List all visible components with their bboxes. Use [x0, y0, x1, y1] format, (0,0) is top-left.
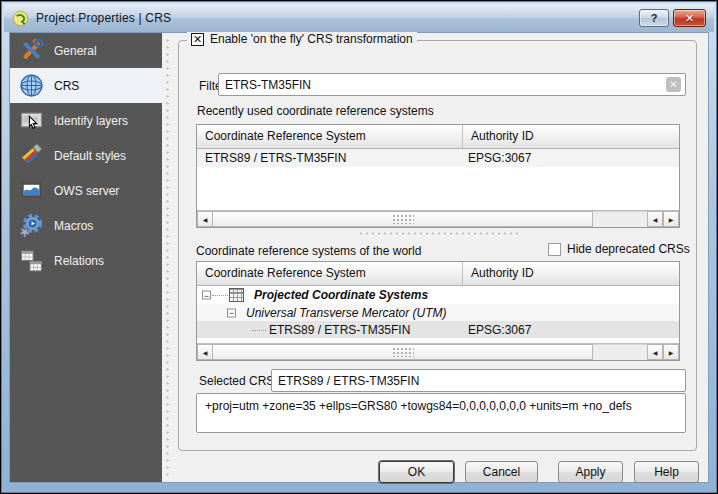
- cancel-button[interactable]: Cancel: [465, 461, 538, 483]
- scrollbar-track[interactable]: [593, 344, 647, 360]
- window-title: Project Properties | CRS: [36, 11, 171, 25]
- selected-crs-label: Selected CRS:: [199, 374, 278, 388]
- scrollbar-slider[interactable]: [213, 344, 593, 360]
- apply-button[interactable]: Apply: [558, 461, 623, 483]
- tree-row-projected[interactable]: − Projected Coordinate Systems: [197, 286, 679, 304]
- sidebar-item-macros[interactable]: Macros: [10, 208, 162, 243]
- scroll-right-button[interactable]: ▶: [663, 344, 679, 360]
- sidebar-item-crs[interactable]: CRS: [10, 68, 162, 103]
- authority-cell: EPSG:3067: [468, 151, 531, 165]
- enable-otf-label: Enable 'on the fly' CRS transformation: [210, 32, 413, 46]
- sidebar-item-label: Relations: [54, 254, 104, 268]
- world-table-hscrollbar: ◀ ◀ ▶: [197, 343, 679, 360]
- scroll-left-button[interactable]: ◀: [647, 344, 663, 360]
- recent-table-hscrollbar: ◀ ◀ ▶: [197, 210, 679, 227]
- identify-map-icon: [19, 108, 44, 133]
- collapse-expander-icon[interactable]: −: [227, 308, 236, 317]
- ok-button[interactable]: OK: [379, 461, 454, 483]
- tree-connector: [252, 330, 266, 331]
- crs-transform-groupbox: ✕ Enable 'on the fly' CRS transformation…: [178, 40, 697, 451]
- recent-table-header: Coordinate Reference System Authority ID: [197, 125, 679, 149]
- world-crs-title: Coordinate reference systems of the worl…: [196, 244, 421, 258]
- help-titlebar-button[interactable]: ?: [639, 9, 669, 27]
- sidebar-item-general[interactable]: General: [10, 33, 162, 68]
- sidebar-item-label: Identify layers: [54, 114, 128, 128]
- column-header-authority[interactable]: Authority ID: [462, 125, 679, 148]
- tree-row-etrs89[interactable]: ETRS89 / ETRS-TM35FIN EPSG:3067: [197, 321, 679, 338]
- globe-icon: [19, 73, 44, 98]
- collapse-expander-icon[interactable]: −: [202, 291, 211, 300]
- clear-filter-icon[interactable]: ✕: [666, 77, 681, 92]
- help-button[interactable]: Help: [634, 461, 699, 483]
- column-header-crs[interactable]: Coordinate Reference System: [197, 125, 462, 148]
- titlebar[interactable]: Project Properties | CRS ? ✕: [4, 4, 714, 32]
- column-header-authority[interactable]: Authority ID: [462, 262, 679, 285]
- sidebar-item-label: CRS: [54, 79, 79, 93]
- sidebar-splitter[interactable]: [164, 37, 171, 478]
- projected-systems-icon: [229, 288, 244, 302]
- table-row[interactable]: ETRS89 / ETRS-TM35FIN EPSG:3067: [197, 149, 679, 167]
- column-header-crs[interactable]: Coordinate Reference System: [197, 262, 462, 285]
- enable-otf-checkbox[interactable]: ✕: [191, 33, 204, 46]
- scrollbar-slider[interactable]: [213, 211, 593, 227]
- selected-crs-input[interactable]: [271, 369, 686, 392]
- tree-connector: [212, 295, 228, 296]
- sidebar: General CRS: [10, 33, 162, 482]
- scroll-left-button[interactable]: ◀: [197, 344, 213, 360]
- tree-label: ETRS89 / ETRS-TM35FIN: [197, 323, 410, 337]
- filter-input[interactable]: [218, 73, 686, 96]
- tables-splitter[interactable]: [358, 231, 520, 236]
- sidebar-item-label: Default styles: [54, 149, 126, 163]
- hide-deprecated-label: Hide deprecated CRSs: [567, 242, 690, 256]
- project-properties-window: Project Properties | CRS ? ✕ General: [0, 0, 718, 494]
- gear-icon: [19, 213, 44, 238]
- recent-crs-table: Coordinate Reference System Authority ID…: [196, 124, 680, 228]
- proj4-definition-box[interactable]: +proj=utm +zone=35 +ellps=GRS80 +towgs84…: [196, 393, 686, 433]
- close-button[interactable]: ✕: [673, 9, 706, 27]
- scrollbar-track[interactable]: [593, 211, 647, 227]
- ows-image-icon: [19, 178, 44, 203]
- world-table-header: Coordinate Reference System Authority ID: [197, 262, 679, 286]
- sidebar-item-relations[interactable]: Relations: [10, 243, 162, 278]
- paintbrush-icon: [19, 143, 44, 168]
- qgis-app-icon: [12, 10, 29, 27]
- recent-crs-title: Recently used coordinate reference syste…: [197, 104, 434, 118]
- hide-deprecated-checkbox[interactable]: [548, 243, 561, 256]
- sidebar-item-label: General: [54, 44, 97, 58]
- window-frame: Project Properties | CRS ? ✕ General: [1, 1, 717, 493]
- tree-row-utm[interactable]: − Universal Transverse Mercator (UTM): [197, 304, 679, 321]
- scrollbar-grip: [392, 214, 414, 224]
- relations-tables-icon: [19, 248, 44, 273]
- sidebar-item-label: OWS server: [54, 184, 119, 198]
- world-crs-table: Coordinate Reference System Authority ID…: [196, 261, 680, 361]
- crs-cell: ETRS89 / ETRS-TM35FIN: [197, 151, 346, 165]
- sidebar-item-ows-server[interactable]: OWS server: [10, 173, 162, 208]
- tools-icon: [19, 38, 44, 63]
- authority-cell: EPSG:3067: [468, 323, 531, 337]
- scrollbar-grip: [392, 347, 414, 357]
- scroll-left-button[interactable]: ◀: [647, 211, 663, 227]
- sidebar-item-identify-layers[interactable]: Identify layers: [10, 103, 162, 138]
- scroll-right-button[interactable]: ▶: [663, 211, 679, 227]
- sidebar-item-label: Macros: [54, 219, 93, 233]
- sidebar-item-default-styles[interactable]: Default styles: [10, 138, 162, 173]
- dialog-client-area: General CRS: [9, 32, 709, 483]
- scroll-left-button[interactable]: ◀: [197, 211, 213, 227]
